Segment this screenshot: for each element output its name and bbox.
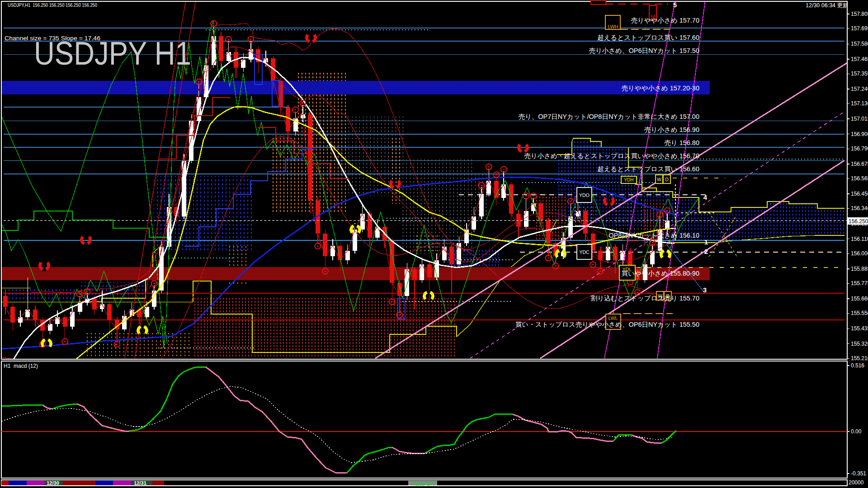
svg-text:4: 4: [703, 193, 708, 201]
svg-text:156.900: 156.900: [851, 131, 868, 137]
svg-text:1: 1: [704, 238, 708, 246]
svg-text:0.516: 0.516: [851, 362, 864, 369]
svg-text:5: 5: [673, 1, 677, 9]
svg-text:156.250: 156.250: [849, 218, 868, 225]
svg-text:超えるとストップロス買い 156.60: 超えるとストップロス買い 156.60: [597, 165, 699, 173]
svg-text:157.240: 157.240: [851, 86, 868, 92]
svg-text:156.565: 156.565: [851, 175, 868, 182]
svg-text:売り小さめ・超えるとストップロス買いやや小さめ 156.70: 売り小さめ・超えるとストップロス買いやや小さめ 156.70: [524, 152, 699, 160]
svg-text:売り小さめ、OP6日NYカット 157.50: 売り小さめ、OP6日NYカット 157.50: [589, 47, 699, 54]
svg-text:売りやや小さめ 157.70: 売りやや小さめ 157.70: [631, 17, 699, 24]
svg-text:157.130: 157.130: [851, 100, 868, 107]
svg-text:LWL: LWL: [609, 315, 618, 321]
svg-text:155.660: 155.660: [851, 296, 868, 302]
svg-text:0.00: 0.00: [851, 428, 862, 435]
svg-text:157.015: 157.015: [851, 116, 868, 122]
svg-text:12/30 06:34 更新: 12/30 06:34 更新: [806, 2, 849, 9]
svg-text:155.320: 155.320: [851, 341, 868, 347]
svg-text:LWH: LWH: [608, 24, 618, 29]
svg-text:157.695: 157.695: [851, 25, 868, 32]
svg-text:156.450: 156.450: [851, 191, 868, 197]
svg-text:売り 156.80: 売り 156.80: [664, 139, 699, 146]
svg-text:156.340: 156.340: [851, 205, 868, 211]
svg-text:W: W: [657, 177, 661, 182]
svg-text:156.675: 156.675: [851, 161, 868, 167]
svg-text:YDH: YDH: [624, 178, 633, 183]
svg-text:157.355: 157.355: [851, 70, 868, 77]
svg-text:超えるとストップロス買い 157.60: 超えるとストップロス買い 157.60: [597, 34, 699, 41]
svg-text:2: 2: [704, 248, 708, 255]
svg-text:156.110: 156.110: [851, 236, 868, 242]
svg-text:USDJPY H1: USDJPY H1: [34, 35, 191, 71]
svg-text:155.435: 155.435: [851, 325, 868, 332]
svg-text:H1 macd (12): H1 macd (12): [4, 363, 38, 369]
svg-text:12/30: 12/30: [47, 480, 59, 486]
svg-text:買い・ストップロス売りやや小さめ、OP6日NYカット 155: 買い・ストップロス売りやや小さめ、OP6日NYカット 155.50: [515, 321, 699, 328]
svg-text:3: 3: [703, 286, 707, 294]
svg-text:USDJPY,H1 156.250 156.250 156: USDJPY,H1 156.250 156.250 156.250 156.25…: [8, 2, 97, 8]
svg-text:YDC: YDC: [579, 249, 590, 255]
svg-text:割り込むとストップロス売り 155.70: 割り込むとストップロス売り 155.70: [591, 295, 699, 302]
svg-text:157.805: 157.805: [851, 11, 868, 17]
svg-text:20000: 20000: [849, 479, 864, 486]
svg-text:156.790: 156.790: [851, 145, 868, 152]
svg-text:155.775: 155.775: [851, 280, 868, 286]
svg-text:155.885: 155.885: [851, 266, 868, 272]
svg-text:OP8日NYカット大きめ 156.10: OP8日NYカット大きめ 156.10: [609, 232, 699, 239]
svg-text:買いやや小さめ 155.80-90: 買いやや小さめ 155.80-90: [621, 270, 699, 277]
svg-text:D: D: [665, 177, 669, 182]
svg-text:-0.351: -0.351: [851, 470, 866, 477]
svg-text:155.210: 155.210: [851, 355, 868, 361]
svg-text:156.000: 156.000: [851, 250, 868, 257]
svg-text:157.465: 157.465: [851, 56, 868, 62]
svg-text:売り小さめ 156.90: 売り小さめ 156.90: [644, 126, 699, 133]
svg-text:YDO: YDO: [579, 192, 590, 198]
svg-text:売り、OP7日NYカット/OP8日NYカット非常に大きめ 1: 売り、OP7日NYカット/OP8日NYカット非常に大きめ 157.00: [518, 113, 699, 120]
svg-text:155.550: 155.550: [851, 310, 868, 316]
svg-text:売りやや小さめ 157.20-30: 売りやや小さめ 157.20-30: [621, 84, 699, 92]
svg-text:157.580: 157.580: [851, 41, 868, 47]
svg-text:12/31: 12/31: [134, 480, 146, 486]
svg-text:macd ON: macd ON: [411, 481, 435, 487]
